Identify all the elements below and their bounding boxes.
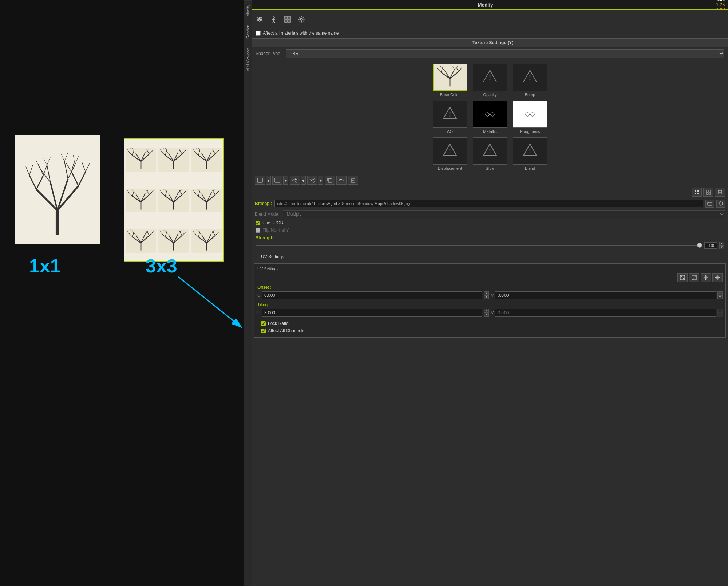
annotation-arrow — [0, 0, 244, 586]
svg-rect-240 — [697, 193, 699, 194]
shader-type-label: Shader Type : — [256, 51, 283, 56]
import-btn[interactable] — [255, 176, 265, 185]
texture-thumb-base-color[interactable] — [433, 64, 467, 91]
expand-btn[interactable] — [715, 188, 725, 197]
strength-slider-thumb[interactable] — [697, 243, 702, 248]
texture-thumb-glow[interactable]: ! — [473, 137, 507, 165]
collapse-icon[interactable]: — — [255, 41, 258, 45]
svg-line-225 — [294, 179, 296, 180]
texture-grid-icon[interactable] — [282, 14, 293, 24]
lock-ratio-label: Lock Ratio — [268, 321, 289, 326]
uv-settings-header[interactable]: — UV Settings — [252, 252, 728, 261]
strength-spin-up[interactable]: ▲ — [719, 242, 724, 245]
strength-spin: ▲ ▼ — [719, 242, 724, 249]
use-srgb-checkbox[interactable] — [256, 221, 260, 225]
mini-viewport-tab[interactable]: Mini Viewport — [244, 43, 252, 76]
flip-normal-y-row: Flip Normal Y — [252, 227, 728, 234]
affect-all-label: Affect all materials with the same name — [263, 31, 339, 36]
offset-v-up[interactable]: ▲ — [717, 291, 723, 295]
uv-icon-2[interactable] — [689, 273, 699, 282]
texture-thumb-ao[interactable]: ! — [433, 101, 467, 128]
tree-grid-cell — [124, 139, 157, 180]
render-tab[interactable]: Render — [244, 21, 252, 43]
uv-icon-row — [257, 273, 723, 282]
uv-icon-3[interactable] — [701, 273, 711, 282]
svg-line-165 — [178, 277, 242, 328]
tiling-v-input[interactable]: 3.000 — [495, 309, 716, 317]
svg-line-226 — [294, 181, 296, 181]
tree-image-3x3: // will be generated by JS below — [124, 138, 224, 262]
sliders-icon[interactable] — [255, 14, 265, 24]
texture-thumb-blend[interactable]: ! — [513, 137, 547, 165]
settings-icon[interactable] — [296, 14, 306, 24]
tiling-u-up[interactable]: ▲ — [484, 309, 489, 313]
tiling-v-axis: V — [491, 311, 494, 315]
texture-thumb-metallic[interactable] — [473, 101, 507, 128]
export-btn[interactable] — [272, 176, 282, 185]
offset-u-down[interactable]: ▼ — [484, 295, 489, 299]
svg-point-228 — [313, 178, 314, 180]
texture-thumb-displacement[interactable]: ! — [433, 137, 467, 165]
tiling-u-down[interactable]: ▼ — [484, 313, 489, 317]
strength-slider-row: 100 ▲ ▼ — [256, 242, 724, 249]
svg-point-209 — [531, 113, 534, 116]
strength-slider-track[interactable] — [256, 245, 702, 246]
bitmap-browse-btn[interactable] — [705, 200, 714, 208]
shader-type-select[interactable]: PBR — [286, 49, 725, 58]
blend-mode-select[interactable]: Multiply — [283, 210, 725, 218]
export-group: ▾ — [272, 176, 288, 185]
panel-scroll[interactable]: Affect all materials with the same name … — [252, 28, 728, 586]
ao-label: AO — [447, 129, 453, 134]
export-down-btn[interactable]: ▾ — [283, 176, 288, 185]
svg-point-229 — [313, 181, 314, 182]
svg-rect-182 — [288, 16, 290, 19]
metallic-label: Metallic — [483, 129, 496, 134]
uv-icon-4[interactable] — [712, 273, 723, 282]
uv-icon-1[interactable] — [677, 273, 688, 282]
tiling-u-input[interactable]: 3.000 — [262, 309, 482, 317]
copy-btn[interactable] — [325, 176, 335, 185]
lock-ratio-checkbox[interactable] — [261, 321, 266, 326]
texture-thumb-bump[interactable]: ! — [513, 64, 547, 91]
svg-point-185 — [300, 18, 302, 20]
affect-all-checkbox[interactable] — [256, 31, 261, 36]
import-down-btn[interactable]: ▾ — [266, 176, 271, 185]
texture-thumb-opacity[interactable]: ! — [473, 64, 507, 91]
svg-point-172 — [273, 17, 274, 18]
svg-marker-257 — [715, 277, 716, 278]
use-srgb-row: Use sRGB — [252, 219, 728, 227]
header-title: Modify — [255, 2, 716, 8]
modify-tab[interactable]: Modify — [244, 0, 252, 21]
figure-icon[interactable] — [269, 14, 279, 24]
warning-icon-glow: ! — [483, 142, 497, 160]
offset-v-input[interactable]: 0.000 — [495, 291, 716, 299]
strength-value-input[interactable]: 100 — [704, 242, 717, 249]
grid-btn-1[interactable] — [692, 188, 702, 197]
offset-label: Offset : — [257, 285, 723, 290]
share-btn-1[interactable] — [290, 176, 300, 185]
offset-u-input[interactable]: 0.000 — [262, 291, 482, 299]
tiling-v-down: ▼ — [717, 313, 723, 317]
share-btn-2[interactable] — [307, 176, 317, 185]
bump-label: Bump — [525, 93, 535, 97]
offset-u-up[interactable]: ▲ — [484, 291, 489, 295]
texture-grid: Base Color ! Opacity — [252, 60, 728, 174]
delete-btn[interactable] — [348, 176, 358, 185]
tree-grid-cell — [190, 180, 223, 221]
offset-v-down[interactable]: ▼ — [717, 295, 723, 299]
texture-slot-glow: ! Glow — [472, 137, 508, 170]
texture-thumb-roughness[interactable] — [513, 101, 547, 128]
share-down-btn-2[interactable]: ▾ — [318, 176, 323, 185]
affect-all-channels-checkbox[interactable] — [261, 329, 266, 333]
grid-btn-2[interactable] — [703, 188, 713, 197]
svg-point-205 — [486, 113, 489, 116]
flip-normal-y-checkbox[interactable] — [256, 228, 260, 233]
bitmap-reload-btn[interactable] — [716, 200, 725, 208]
warning-icon-opacity: ! — [483, 69, 497, 86]
undo-btn[interactable] — [336, 176, 347, 185]
share-down-btn-1[interactable]: ▾ — [301, 176, 306, 185]
warning-icon-bump: ! — [523, 69, 537, 86]
svg-marker-254 — [705, 279, 707, 280]
strength-spin-down[interactable]: ▼ — [719, 245, 724, 249]
tree-grid-cell — [190, 221, 223, 261]
